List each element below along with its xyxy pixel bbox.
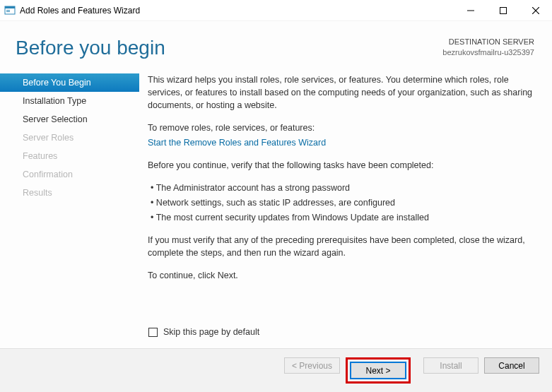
skip-page-label: Skip this page by default [163, 327, 259, 337]
step-confirmation: Confirmation [0, 165, 139, 184]
destination-server-info: DESTINATION SERVER bezrukovsfmailru-u325… [442, 37, 534, 58]
step-installation-type[interactable]: Installation Type [0, 92, 139, 110]
svg-rect-2 [6, 10, 10, 11]
highlight-annotation: Next > [346, 357, 411, 384]
prerequisite-item: The Administrator account has a strong p… [160, 182, 534, 194]
prerequisite-item: The most current security updates from W… [160, 211, 534, 224]
step-results: Results [0, 184, 139, 202]
minimize-button[interactable] [454, 0, 487, 20]
step-before-you-begin[interactable]: Before You Begin [0, 73, 139, 92]
destination-server-label: DESTINATION SERVER [442, 37, 534, 47]
destination-server-value: bezrukovsfmailru-u325397 [442, 47, 534, 58]
cancel-button[interactable]: Cancel [484, 357, 539, 374]
wizard-content: This wizard helps you install roles, rol… [139, 72, 552, 327]
svg-rect-3 [6, 11, 10, 12]
prerequisite-list: The Administrator account has a strong p… [148, 182, 534, 224]
wizard-footer: < Previous Next > Install Cancel [0, 348, 552, 392]
maximize-button[interactable] [487, 0, 519, 20]
install-button: Install [423, 357, 478, 374]
wizard-steps-sidebar: Before You Begin Installation Type Serve… [0, 72, 139, 327]
continue-note: To continue, click Next. [148, 269, 534, 282]
verify-note: If you must verify that any of the prece… [148, 234, 534, 259]
remove-label: To remove roles, role services, or featu… [148, 121, 534, 134]
window-title: Add Roles and Features Wizard [20, 6, 140, 16]
intro-text: This wizard helps you install roles, rol… [148, 73, 534, 112]
step-server-selection[interactable]: Server Selection [0, 110, 139, 129]
remove-roles-link[interactable]: Start the Remove Roles and Features Wiza… [148, 138, 326, 148]
close-button[interactable] [519, 0, 552, 20]
prerequisite-item: Network settings, such as static IP addr… [160, 196, 534, 209]
svg-rect-5 [500, 7, 507, 13]
next-button[interactable]: Next > [351, 362, 406, 379]
skip-page-checkbox[interactable] [148, 328, 158, 337]
page-heading: Before you begin [16, 37, 165, 59]
step-features: Features [0, 147, 139, 165]
previous-button: < Previous [284, 357, 340, 374]
verify-label: Before you continue, verify that the fol… [148, 159, 534, 172]
svg-rect-1 [5, 6, 15, 8]
app-icon [4, 5, 16, 16]
step-server-roles: Server Roles [0, 129, 139, 147]
